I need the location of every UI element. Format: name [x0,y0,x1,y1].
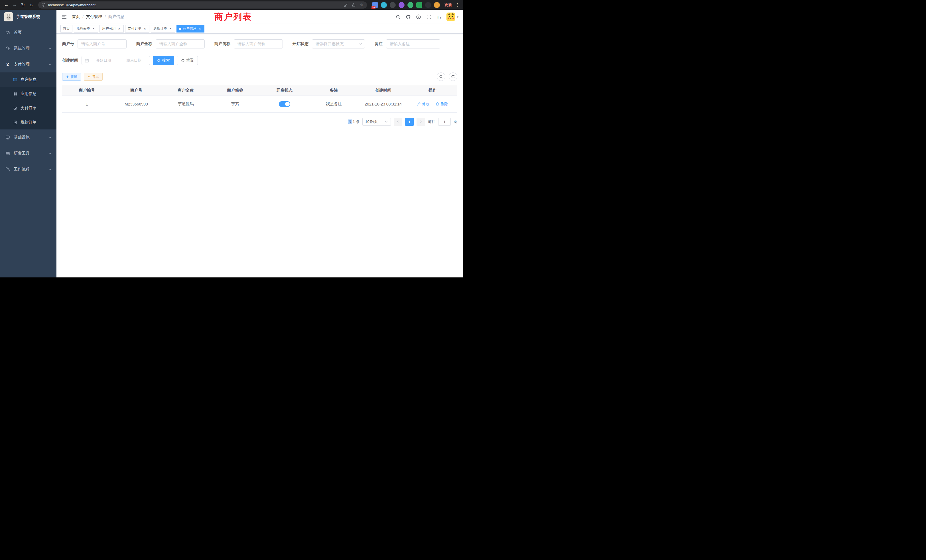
sidebar-item-infrastructure[interactable]: 基础设施 [0,129,56,145]
reset-button[interactable]: 重置 [177,56,198,65]
address-bar[interactable]: localhost:1024/pay/merchant ☆ [38,2,367,9]
breadcrumb-home[interactable]: 首页 [72,14,80,20]
page-content: 商户号 商户全称 商户简称 开启状态 [56,34,463,277]
date-range-input[interactable]: 开始日期 - 结束日期 [82,56,150,65]
url-text: localhost:1024/pay/merchant [48,3,95,7]
extension-icon[interactable] [390,2,396,8]
status-select[interactable] [312,39,365,48]
page-size-value: 10条/页 [365,119,378,124]
font-size-icon[interactable]: TT [436,14,442,20]
reload-button[interactable]: ↻ [19,1,27,9]
user-menu[interactable]: ▾ [446,12,458,21]
table-tools [437,73,457,81]
page-info-icon[interactable] [42,3,45,7]
sidebar-item-merchant-info[interactable]: 商户信息 [0,73,56,87]
chevron-down-icon: ▾ [457,15,458,19]
sidebar-item-home[interactable]: 首页 [0,24,56,41]
extension-icon[interactable]: 10 [372,2,378,8]
github-icon[interactable] [406,14,411,20]
sidebar-item-payment[interactable]: ¥ 支付管理 [0,56,56,73]
full-name-input[interactable] [156,39,205,48]
tab-merchant-info[interactable]: 商户信息× [177,25,204,32]
remark-input[interactable] [386,39,440,48]
bookmark-star-icon[interactable]: ☆ [360,3,363,7]
password-key-icon[interactable] [343,3,348,7]
back-button[interactable]: ← [2,1,11,9]
status-toggle[interactable] [279,101,290,107]
close-icon[interactable]: × [117,27,121,31]
extension-icon[interactable] [416,2,422,8]
tab-pay-orders[interactable]: 支付订单× [125,25,150,32]
close-icon[interactable]: × [143,27,147,31]
close-icon[interactable]: × [168,27,172,31]
help-icon[interactable]: ? [416,14,421,20]
sidebar-item-pay-orders[interactable]: 支付订单 [0,101,56,115]
top-navbar: 首页 / 支付管理 / 商户信息 商户列表 ? [56,10,463,24]
yen-icon: ¥ [5,62,10,67]
sidebar-item-refund-orders[interactable]: 退款订单 [0,115,56,129]
document-icon [12,120,18,125]
sidebar-item-label: 支付订单 [21,106,52,110]
tab-process-form[interactable]: 流程表单× [74,25,98,32]
bank-card-icon [12,77,18,82]
col-full-name: 商户全称 [161,85,210,96]
filter-remark: 备注 [375,39,440,48]
sidebar-item-label: 研发工具 [14,151,48,156]
table-header-row: 商户编号 商户号 商户全称 商户简称 开启状态 备注 创建时间 操作 [62,85,457,96]
search-button[interactable]: 搜索 [153,56,174,65]
sidebar-item-workflow[interactable]: 工作流程 [0,161,56,177]
merchant-no-label: 商户号 [62,41,74,47]
cell-status [260,96,309,113]
short-name-input[interactable] [234,39,283,48]
extension-icon[interactable] [425,2,431,8]
close-icon[interactable]: × [92,27,95,31]
chevron-down-icon [48,152,52,155]
full-name-label: 商户全称 [136,41,152,47]
extension-icon[interactable] [407,2,413,8]
search-icon[interactable] [395,14,401,20]
filter-full-name: 商户全称 [136,39,205,48]
remark-label: 备注 [375,41,383,47]
extension-icon[interactable] [399,2,404,8]
fullscreen-icon[interactable] [426,14,432,20]
merchant-no-input[interactable] [77,39,127,48]
goto-page-input[interactable] [438,118,451,126]
filter-create-time: 创建时间 开始日期 - 结束日期 [62,56,150,65]
edit-button[interactable]: 修改 [417,101,429,107]
tab-home[interactable]: 首页 [61,25,73,32]
sidebar-item-system[interactable]: 系统管理 [0,41,56,56]
close-icon[interactable]: × [198,27,202,31]
tab-refund-orders[interactable]: 退款订单× [151,25,175,32]
col-remark: 备注 [309,85,359,96]
gear-icon [5,46,10,51]
chevron-down-icon [48,168,52,171]
extension-icon[interactable] [381,2,387,8]
next-page-button[interactable] [416,118,425,126]
payment-submenu: 商户信息 应用信息 支付订单 [0,73,56,129]
toggle-search-button[interactable] [437,73,445,81]
share-icon[interactable] [352,3,356,7]
chevron-down-icon [384,120,388,123]
breadcrumb: 首页 / 支付管理 / 商户信息 [72,14,124,20]
hamburger-icon[interactable] [61,14,67,20]
filter-merchant-no: 商户号 [62,39,127,48]
filter-status: 开启状态 [292,39,365,48]
sidebar-item-dev-tools[interactable]: 研发工具 [0,145,56,161]
sidebar-logo[interactable]: 芋道管理系统 [0,10,56,24]
browser-profile-avatar[interactable] [434,2,440,8]
browser-update-button[interactable]: 更新 [445,2,452,8]
refresh-table-button[interactable] [449,73,457,81]
sidebar-item-label: 首页 [14,30,52,35]
prev-page-button[interactable] [394,118,402,126]
sidebar-item-app-info[interactable]: 应用信息 [0,87,56,101]
delete-button[interactable]: 删除 [436,101,448,107]
forward-button[interactable]: → [11,1,19,9]
page-size-select[interactable]: 10条/页 [362,118,391,126]
tab-user-group[interactable]: 用户分组× [100,25,124,32]
breadcrumb-payment[interactable]: 支付管理 [86,14,102,20]
page-number-button[interactable]: 1 [405,118,414,126]
export-button[interactable]: 导出 [84,73,103,81]
add-button[interactable]: 新增 [62,73,81,81]
home-button[interactable]: ⌂ [27,1,35,9]
browser-menu-icon[interactable]: ⋮ [455,2,460,8]
